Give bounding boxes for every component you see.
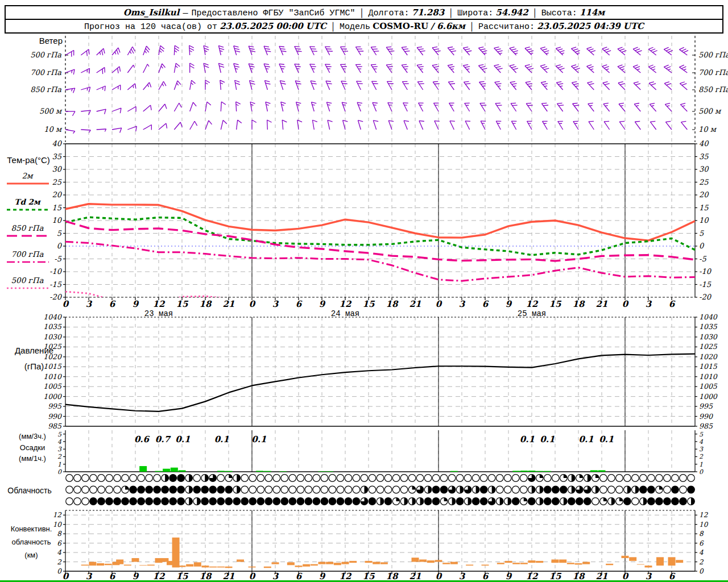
wind-level-label: 10 м bbox=[44, 125, 63, 134]
hour-label-bottom: 3 bbox=[86, 571, 93, 581]
cloud-symbol bbox=[632, 498, 639, 505]
hour-label-bottom: 9 bbox=[506, 571, 512, 581]
cloud-symbol-fill bbox=[512, 498, 519, 505]
hour-label-top: 12 bbox=[526, 299, 539, 309]
cloud-symbol-fill bbox=[257, 498, 264, 505]
temp-title: Тем-ра(°C) bbox=[7, 155, 49, 165]
cloud-symbol bbox=[297, 486, 304, 493]
cloud-symbol-fill bbox=[229, 475, 232, 478]
cloud-symbol-fill bbox=[337, 498, 344, 505]
hour-label-top: 21 bbox=[410, 299, 421, 309]
precip-ytick-label: 4 bbox=[699, 438, 704, 446]
cloud-symbol-fill bbox=[90, 498, 97, 505]
cloud-symbol-fill bbox=[500, 498, 503, 505]
precip-ytick-label: 2 bbox=[57, 453, 62, 460]
cloud-symbol bbox=[520, 475, 527, 482]
conv-bar bbox=[202, 566, 209, 567]
cloud-symbol bbox=[408, 475, 416, 482]
conv-title: Конвективн. bbox=[11, 525, 52, 533]
precip-bar bbox=[139, 466, 147, 472]
conv-bar bbox=[559, 559, 566, 563]
conv-bar bbox=[450, 562, 458, 564]
cloud-symbol bbox=[66, 498, 73, 505]
temp-legend-label: 500 гПа bbox=[11, 276, 44, 285]
conv-bar bbox=[116, 559, 123, 564]
hour-label-top: 3 bbox=[646, 299, 652, 309]
conv-bar bbox=[520, 563, 528, 564]
precip-amount-label: 0.6 bbox=[134, 434, 150, 444]
conv-bar bbox=[435, 560, 442, 562]
cloud-symbol bbox=[552, 475, 559, 482]
header-dash: — bbox=[179, 9, 191, 18]
cloud-symbol bbox=[640, 475, 647, 482]
cloud-symbol-fill bbox=[146, 498, 153, 505]
pressure-ytick-label: 990 bbox=[48, 412, 62, 421]
cloud-symbol-fill bbox=[384, 498, 392, 505]
precip-amount-label: 0.1 bbox=[579, 434, 594, 444]
cloud-symbol bbox=[82, 486, 89, 493]
conv-ytick-label: 6 bbox=[699, 539, 704, 547]
hour-label-bottom: 15 bbox=[549, 571, 562, 581]
hour-label-bottom: 15 bbox=[176, 571, 189, 581]
cloud-symbol bbox=[664, 475, 671, 482]
hour-label-top: 3 bbox=[272, 299, 279, 309]
cloud-symbol bbox=[114, 486, 121, 493]
cloud-symbol-fill bbox=[572, 475, 575, 482]
cloud-symbol bbox=[377, 475, 384, 482]
pressure-ytick-label: 1015 bbox=[699, 362, 718, 371]
pressure-ytick-label: 1010 bbox=[43, 372, 62, 381]
cloud-symbol-fill bbox=[584, 498, 592, 505]
pressure-ytick-label: 1030 bbox=[699, 332, 718, 341]
conv-bar bbox=[147, 564, 155, 566]
temp-ytick-label: 5 bbox=[699, 229, 704, 238]
conv-bar bbox=[676, 560, 683, 563]
cloud-symbol-fill bbox=[643, 498, 647, 505]
cloud-symbol-fill bbox=[492, 486, 495, 493]
cloud-symbol bbox=[440, 475, 448, 482]
cloud-symbol-fill bbox=[364, 486, 367, 493]
temp-ytick-label: -5 bbox=[699, 255, 706, 263]
cloud-symbol-fill bbox=[125, 486, 129, 489]
cloud-symbol-fill bbox=[265, 498, 272, 505]
meteogram-chart: 40403535303025252020151510105500-5-5-10-… bbox=[0, 0, 728, 582]
cloud-symbol-fill bbox=[424, 498, 432, 505]
wind-level-label: 850 гПа bbox=[30, 85, 61, 94]
cloud-symbol-fill bbox=[544, 486, 551, 493]
conv-bar bbox=[303, 564, 310, 567]
cloud-symbol-fill bbox=[428, 486, 432, 493]
cloud-symbol bbox=[313, 486, 320, 493]
cloud-symbol bbox=[90, 486, 97, 493]
hour-label-top: 6 bbox=[669, 299, 676, 309]
temp-curve-1 bbox=[65, 204, 695, 240]
cloud-symbol-fill bbox=[154, 498, 161, 505]
precip-ytick-label: 2 bbox=[699, 453, 704, 460]
precip-bar bbox=[520, 471, 528, 472]
conv-bar bbox=[427, 560, 435, 563]
cloud-symbol bbox=[648, 475, 655, 482]
hour-label-top: 0 bbox=[436, 299, 442, 309]
cloud-symbol-fill bbox=[420, 498, 424, 505]
conv-bar bbox=[237, 559, 244, 562]
cloud-symbol-fill bbox=[237, 486, 240, 493]
cloud-symbol bbox=[289, 486, 296, 493]
cloud-symbol bbox=[504, 475, 511, 482]
cloud-symbol bbox=[329, 475, 336, 482]
cloud-title: Облачность bbox=[7, 486, 51, 495]
cloud-symbol-fill bbox=[468, 498, 471, 505]
temp-ytick-label: -10 bbox=[49, 267, 63, 276]
cloud-symbol bbox=[337, 486, 344, 493]
cloud-symbol-fill bbox=[624, 498, 631, 505]
precip-bar bbox=[163, 469, 170, 472]
hour-label-top: 6 bbox=[109, 299, 116, 309]
temp-ytick-label: -15 bbox=[49, 280, 62, 289]
cloud-symbol bbox=[472, 475, 479, 482]
conv-ytick-label: 10 bbox=[53, 521, 63, 529]
hour-label-bottom: 0 bbox=[436, 571, 442, 581]
precip-ytick-label: 1 bbox=[699, 461, 703, 468]
cloud-symbol-fill bbox=[313, 498, 320, 505]
conv-bar bbox=[552, 559, 559, 563]
cloud-symbol bbox=[90, 475, 97, 482]
cloud-symbol bbox=[217, 475, 225, 482]
pressure-curve bbox=[65, 354, 695, 411]
hour-label-top: 18 bbox=[200, 299, 212, 309]
